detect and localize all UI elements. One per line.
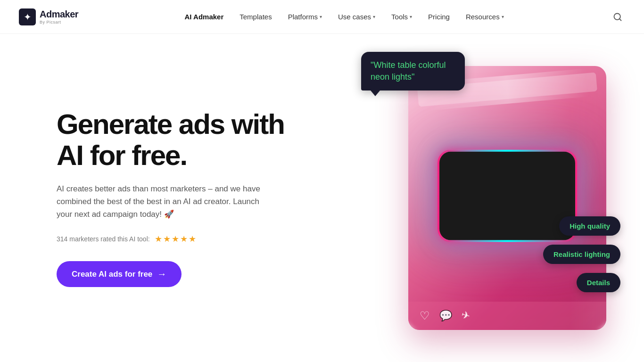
hero-description: AI creates better ads than most marketer… <box>57 182 264 221</box>
brand-sub: By Picsart <box>40 20 78 25</box>
star-1: ★ <box>155 234 162 244</box>
comment-icon[interactable]: 💬 <box>439 310 452 322</box>
brand-name: Admaker <box>40 9 78 20</box>
chevron-down-icon: ▾ <box>320 14 322 19</box>
nav-item-resources[interactable]: Resources ▾ <box>459 9 511 25</box>
hero-left: Generate ads with AI for free. AI create… <box>57 109 302 288</box>
badge-high-quality: High quality <box>559 216 620 236</box>
search-button[interactable] <box>610 9 625 25</box>
like-icon[interactable]: ♡ <box>420 309 430 322</box>
create-ads-button[interactable]: Create AI ads for free → <box>57 261 182 287</box>
nav-item-pricing[interactable]: Pricing <box>421 9 456 25</box>
logo-icon: ✦ <box>19 8 36 25</box>
svg-line-1 <box>619 18 621 20</box>
hero-rating: 314 marketers rated this AI tool: ★ ★ ★ … <box>57 234 302 244</box>
star-2: ★ <box>163 234 171 244</box>
star-rating: ★ ★ ★ ★ ★ <box>155 234 196 244</box>
badge-realistic-lighting: Realistic lighting <box>543 245 620 264</box>
nav-item-use-cases[interactable]: Use cases ▾ <box>331 9 382 25</box>
ad-card: ♡ 💬 ✈ <box>408 66 606 330</box>
chevron-down-icon: ▾ <box>410 14 412 19</box>
prompt-bubble: "White table colorful neon lights" <box>361 52 465 90</box>
arrow-icon: → <box>157 269 166 280</box>
share-icon[interactable]: ✈ <box>460 309 471 323</box>
rating-text: 314 marketers rated this AI tool: <box>57 235 150 243</box>
logo-text: Admaker By Picsart <box>40 9 78 25</box>
hero-title: Generate ads with AI for free. <box>57 109 302 171</box>
hero-right: ♡ 💬 ✈ "White table colorful neon lights"… <box>342 66 606 330</box>
cta-label: Create AI ads for free <box>72 270 152 279</box>
product-display <box>432 144 583 248</box>
chevron-down-icon: ▾ <box>373 14 375 19</box>
nav-item-ai-admaker[interactable]: AI Admaker <box>178 9 230 25</box>
navbar: ✦ Admaker By Picsart AI Admaker Template… <box>0 0 644 34</box>
nav-item-tools[interactable]: Tools ▾ <box>385 9 419 25</box>
star-5: ★ <box>189 234 196 244</box>
nav-item-platforms[interactable]: Platforms ▾ <box>281 9 329 25</box>
logo-link[interactable]: ✦ Admaker By Picsart <box>19 8 78 25</box>
neon-glow-surface <box>441 154 573 239</box>
nav-item-templates[interactable]: Templates <box>233 9 278 25</box>
hero-section: Generate ads with AI for free. AI create… <box>0 34 644 362</box>
badge-details: Details <box>577 273 620 292</box>
prompt-text: "White table colorful neon lights" <box>371 60 446 82</box>
chevron-down-icon: ▾ <box>502 14 504 19</box>
star-3: ★ <box>172 234 179 244</box>
star-4: ★ <box>180 234 188 244</box>
nav-links: AI Admaker Templates Platforms ▾ Use cas… <box>178 9 510 25</box>
